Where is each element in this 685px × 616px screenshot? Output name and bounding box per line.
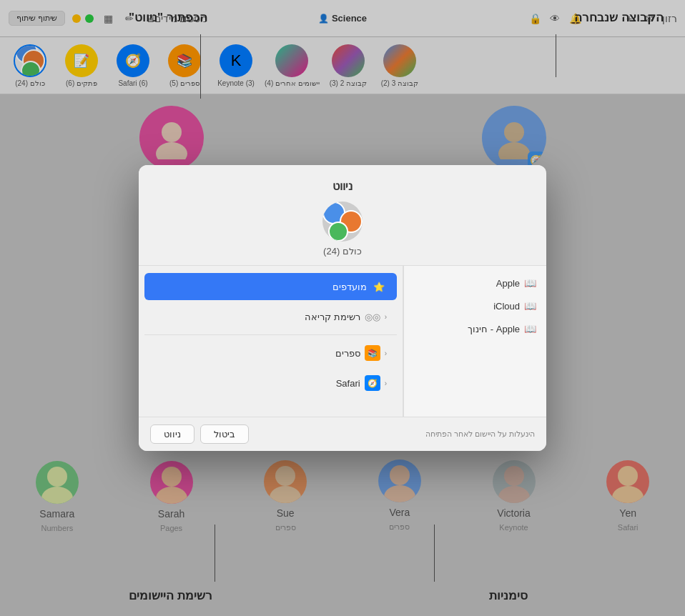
modal-header: ניווט כולם (24)	[139, 165, 546, 266]
bookmark-apple-label: Apple	[414, 278, 520, 289]
bookmark-icloud[interactable]: 📖 iCloud	[404, 294, 546, 317]
modal-group-label: כולם (24)	[153, 246, 532, 257]
bookmark-icloud-label: iCloud	[414, 301, 520, 312]
safari-label: Safari	[154, 378, 360, 389]
vertical-divider	[403, 266, 403, 417]
modal-footer: הינעלות על היישום לאחר הפתיחה ביטול ניוו…	[139, 417, 546, 451]
modal-group-avatar	[322, 202, 363, 242]
modal-title: ניווט	[153, 179, 532, 193]
reading-list-icon: ◎◎	[365, 309, 380, 324]
bookmark-apple-icon: 📖	[524, 277, 536, 289]
bookmark-apple-edu-label: Apple - חינוך	[414, 324, 520, 334]
av3	[328, 222, 348, 242]
footer-note: הינעלות על היישום לאחר הפתיחה	[249, 429, 535, 439]
reading-list-chevron: ‹	[385, 313, 387, 321]
modal-overlay: ניווט כולם (24) 📖 Apple 📖	[0, 0, 685, 616]
books-chevron: ‹	[385, 349, 387, 357]
app-safari[interactable]: ‹ 🧭 Safari	[144, 369, 397, 397]
apps-divider	[144, 334, 397, 335]
app-favorites[interactable]: ⭐ מועדפים	[144, 273, 397, 300]
safari-icon: 🧭	[365, 375, 380, 391]
books-icon: 📚	[365, 345, 380, 361]
confirm-button[interactable]: ניווט	[150, 424, 194, 444]
reading-list-label: רשימת קריאה	[154, 312, 360, 322]
bookmark-apple-edu-icon: 📖	[524, 323, 536, 334]
books-label: ספרים	[154, 348, 360, 359]
bookmark-apple-edu[interactable]: 📖 Apple - חינוך	[404, 317, 546, 340]
modal-bookmarks-panel: 📖 Apple 📖 iCloud 📖 Apple - חינוך	[403, 266, 546, 417]
app-books[interactable]: ‹ 📚 ספרים	[144, 339, 397, 367]
cancel-button[interactable]: ביטול	[200, 424, 249, 444]
modal-apps-panel: ⭐ מועדפים ‹ ◎◎ רשימת קריאה ‹ 📚 ספרים	[139, 266, 403, 417]
modal-body: 📖 Apple 📖 iCloud 📖 Apple - חינוך ⭐ מועדפ…	[139, 266, 546, 417]
favorites-icon: ⭐	[371, 279, 387, 294]
app-reading-list[interactable]: ‹ ◎◎ רשימת קריאה	[144, 303, 397, 330]
bookmark-apple[interactable]: 📖 Apple	[404, 272, 546, 294]
footer-buttons: ביטול ניווט	[150, 424, 249, 444]
favorites-label: מועדפים	[154, 282, 367, 292]
bookmark-icloud-icon: 📖	[524, 300, 536, 312]
modal-dialog: ניווט כולם (24) 📖 Apple 📖	[139, 165, 546, 451]
safari-chevron: ‹	[385, 379, 387, 387]
group-multi-avatar	[322, 202, 363, 242]
